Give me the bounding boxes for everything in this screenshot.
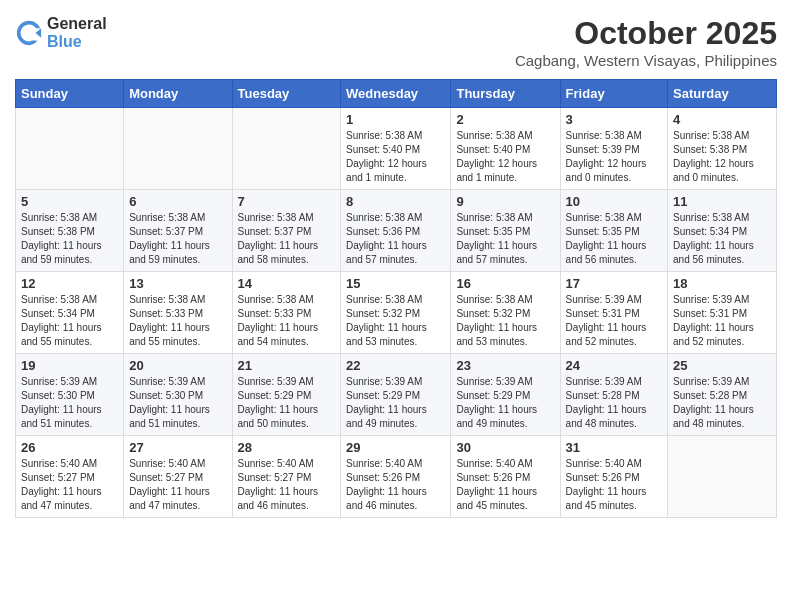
weekday-header-friday: Friday bbox=[560, 80, 667, 108]
calendar-cell: 1Sunrise: 5:38 AMSunset: 5:40 PMDaylight… bbox=[341, 108, 451, 190]
weekday-header-thursday: Thursday bbox=[451, 80, 560, 108]
calendar-cell: 3Sunrise: 5:38 AMSunset: 5:39 PMDaylight… bbox=[560, 108, 667, 190]
page-header: General Blue October 2025 Cagbang, Weste… bbox=[15, 15, 777, 69]
weekday-header-wednesday: Wednesday bbox=[341, 80, 451, 108]
cell-details: Sunrise: 5:40 AMSunset: 5:26 PMDaylight:… bbox=[566, 457, 662, 513]
cell-details: Sunrise: 5:38 AMSunset: 5:35 PMDaylight:… bbox=[456, 211, 554, 267]
calendar-cell: 6Sunrise: 5:38 AMSunset: 5:37 PMDaylight… bbox=[124, 190, 232, 272]
cell-details: Sunrise: 5:38 AMSunset: 5:32 PMDaylight:… bbox=[346, 293, 445, 349]
day-number: 14 bbox=[238, 276, 336, 291]
cell-details: Sunrise: 5:38 AMSunset: 5:37 PMDaylight:… bbox=[129, 211, 226, 267]
cell-details: Sunrise: 5:38 AMSunset: 5:40 PMDaylight:… bbox=[456, 129, 554, 185]
cell-details: Sunrise: 5:39 AMSunset: 5:29 PMDaylight:… bbox=[346, 375, 445, 431]
cell-details: Sunrise: 5:40 AMSunset: 5:27 PMDaylight:… bbox=[21, 457, 118, 513]
calendar-cell: 13Sunrise: 5:38 AMSunset: 5:33 PMDayligh… bbox=[124, 272, 232, 354]
page-subtitle: Cagbang, Western Visayas, Philippines bbox=[515, 52, 777, 69]
day-number: 30 bbox=[456, 440, 554, 455]
cell-details: Sunrise: 5:39 AMSunset: 5:31 PMDaylight:… bbox=[566, 293, 662, 349]
calendar-cell: 20Sunrise: 5:39 AMSunset: 5:30 PMDayligh… bbox=[124, 354, 232, 436]
title-block: October 2025 Cagbang, Western Visayas, P… bbox=[515, 15, 777, 69]
calendar-cell: 16Sunrise: 5:38 AMSunset: 5:32 PMDayligh… bbox=[451, 272, 560, 354]
calendar-cell: 5Sunrise: 5:38 AMSunset: 5:38 PMDaylight… bbox=[16, 190, 124, 272]
day-number: 13 bbox=[129, 276, 226, 291]
week-row-5: 26Sunrise: 5:40 AMSunset: 5:27 PMDayligh… bbox=[16, 436, 777, 518]
day-number: 24 bbox=[566, 358, 662, 373]
calendar-cell: 19Sunrise: 5:39 AMSunset: 5:30 PMDayligh… bbox=[16, 354, 124, 436]
calendar-cell: 18Sunrise: 5:39 AMSunset: 5:31 PMDayligh… bbox=[668, 272, 777, 354]
weekday-header-saturday: Saturday bbox=[668, 80, 777, 108]
calendar-cell: 9Sunrise: 5:38 AMSunset: 5:35 PMDaylight… bbox=[451, 190, 560, 272]
calendar-cell: 15Sunrise: 5:38 AMSunset: 5:32 PMDayligh… bbox=[341, 272, 451, 354]
cell-details: Sunrise: 5:38 AMSunset: 5:33 PMDaylight:… bbox=[129, 293, 226, 349]
calendar-cell: 21Sunrise: 5:39 AMSunset: 5:29 PMDayligh… bbox=[232, 354, 341, 436]
day-number: 12 bbox=[21, 276, 118, 291]
day-number: 10 bbox=[566, 194, 662, 209]
day-number: 22 bbox=[346, 358, 445, 373]
day-number: 18 bbox=[673, 276, 771, 291]
cell-details: Sunrise: 5:38 AMSunset: 5:36 PMDaylight:… bbox=[346, 211, 445, 267]
cell-details: Sunrise: 5:39 AMSunset: 5:28 PMDaylight:… bbox=[673, 375, 771, 431]
cell-details: Sunrise: 5:38 AMSunset: 5:40 PMDaylight:… bbox=[346, 129, 445, 185]
day-number: 11 bbox=[673, 194, 771, 209]
cell-details: Sunrise: 5:38 AMSunset: 5:38 PMDaylight:… bbox=[21, 211, 118, 267]
weekday-header-monday: Monday bbox=[124, 80, 232, 108]
page-title: October 2025 bbox=[515, 15, 777, 52]
calendar-cell: 27Sunrise: 5:40 AMSunset: 5:27 PMDayligh… bbox=[124, 436, 232, 518]
calendar-cell: 7Sunrise: 5:38 AMSunset: 5:37 PMDaylight… bbox=[232, 190, 341, 272]
cell-details: Sunrise: 5:39 AMSunset: 5:29 PMDaylight:… bbox=[238, 375, 336, 431]
calendar-cell: 29Sunrise: 5:40 AMSunset: 5:26 PMDayligh… bbox=[341, 436, 451, 518]
cell-details: Sunrise: 5:40 AMSunset: 5:26 PMDaylight:… bbox=[346, 457, 445, 513]
calendar-cell: 4Sunrise: 5:38 AMSunset: 5:38 PMDaylight… bbox=[668, 108, 777, 190]
week-row-2: 5Sunrise: 5:38 AMSunset: 5:38 PMDaylight… bbox=[16, 190, 777, 272]
cell-details: Sunrise: 5:38 AMSunset: 5:32 PMDaylight:… bbox=[456, 293, 554, 349]
calendar-table: SundayMondayTuesdayWednesdayThursdayFrid… bbox=[15, 79, 777, 518]
calendar-cell: 11Sunrise: 5:38 AMSunset: 5:34 PMDayligh… bbox=[668, 190, 777, 272]
logo-icon bbox=[15, 19, 43, 47]
day-number: 29 bbox=[346, 440, 445, 455]
cell-details: Sunrise: 5:39 AMSunset: 5:29 PMDaylight:… bbox=[456, 375, 554, 431]
cell-details: Sunrise: 5:38 AMSunset: 5:33 PMDaylight:… bbox=[238, 293, 336, 349]
day-number: 3 bbox=[566, 112, 662, 127]
day-number: 16 bbox=[456, 276, 554, 291]
cell-details: Sunrise: 5:39 AMSunset: 5:30 PMDaylight:… bbox=[21, 375, 118, 431]
cell-details: Sunrise: 5:39 AMSunset: 5:30 PMDaylight:… bbox=[129, 375, 226, 431]
cell-details: Sunrise: 5:40 AMSunset: 5:27 PMDaylight:… bbox=[238, 457, 336, 513]
cell-details: Sunrise: 5:38 AMSunset: 5:39 PMDaylight:… bbox=[566, 129, 662, 185]
day-number: 21 bbox=[238, 358, 336, 373]
day-number: 17 bbox=[566, 276, 662, 291]
calendar-cell: 10Sunrise: 5:38 AMSunset: 5:35 PMDayligh… bbox=[560, 190, 667, 272]
cell-details: Sunrise: 5:39 AMSunset: 5:31 PMDaylight:… bbox=[673, 293, 771, 349]
cell-details: Sunrise: 5:38 AMSunset: 5:34 PMDaylight:… bbox=[673, 211, 771, 267]
calendar-cell: 25Sunrise: 5:39 AMSunset: 5:28 PMDayligh… bbox=[668, 354, 777, 436]
day-number: 26 bbox=[21, 440, 118, 455]
day-number: 28 bbox=[238, 440, 336, 455]
calendar-cell: 17Sunrise: 5:39 AMSunset: 5:31 PMDayligh… bbox=[560, 272, 667, 354]
day-number: 7 bbox=[238, 194, 336, 209]
logo: General Blue bbox=[15, 15, 107, 50]
day-number: 4 bbox=[673, 112, 771, 127]
weekday-header-tuesday: Tuesday bbox=[232, 80, 341, 108]
calendar-cell: 26Sunrise: 5:40 AMSunset: 5:27 PMDayligh… bbox=[16, 436, 124, 518]
weekday-header-sunday: Sunday bbox=[16, 80, 124, 108]
calendar-cell bbox=[668, 436, 777, 518]
cell-details: Sunrise: 5:40 AMSunset: 5:27 PMDaylight:… bbox=[129, 457, 226, 513]
cell-details: Sunrise: 5:38 AMSunset: 5:34 PMDaylight:… bbox=[21, 293, 118, 349]
calendar-cell: 12Sunrise: 5:38 AMSunset: 5:34 PMDayligh… bbox=[16, 272, 124, 354]
cell-details: Sunrise: 5:38 AMSunset: 5:35 PMDaylight:… bbox=[566, 211, 662, 267]
day-number: 8 bbox=[346, 194, 445, 209]
cell-details: Sunrise: 5:38 AMSunset: 5:37 PMDaylight:… bbox=[238, 211, 336, 267]
day-number: 31 bbox=[566, 440, 662, 455]
day-number: 20 bbox=[129, 358, 226, 373]
day-number: 23 bbox=[456, 358, 554, 373]
day-number: 25 bbox=[673, 358, 771, 373]
day-number: 5 bbox=[21, 194, 118, 209]
logo-blue: Blue bbox=[47, 33, 107, 51]
day-number: 27 bbox=[129, 440, 226, 455]
calendar-cell: 14Sunrise: 5:38 AMSunset: 5:33 PMDayligh… bbox=[232, 272, 341, 354]
cell-details: Sunrise: 5:38 AMSunset: 5:38 PMDaylight:… bbox=[673, 129, 771, 185]
day-number: 6 bbox=[129, 194, 226, 209]
cell-details: Sunrise: 5:40 AMSunset: 5:26 PMDaylight:… bbox=[456, 457, 554, 513]
calendar-cell: 23Sunrise: 5:39 AMSunset: 5:29 PMDayligh… bbox=[451, 354, 560, 436]
calendar-cell: 31Sunrise: 5:40 AMSunset: 5:26 PMDayligh… bbox=[560, 436, 667, 518]
cell-details: Sunrise: 5:39 AMSunset: 5:28 PMDaylight:… bbox=[566, 375, 662, 431]
